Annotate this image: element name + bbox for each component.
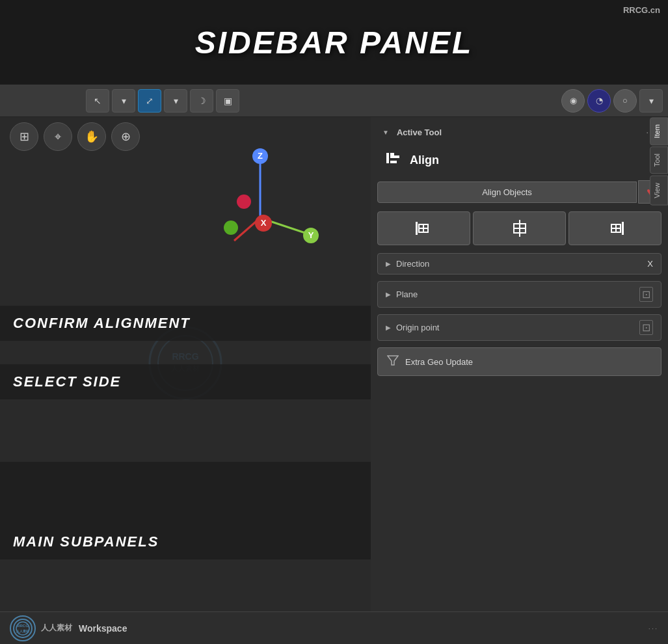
align-tool-row: Align <box>377 145 661 175</box>
view-tab[interactable]: View <box>650 176 668 206</box>
moon-tool-btn[interactable]: ☽ <box>190 89 213 113</box>
left-panel: ⊞ ⌖ ✋ ⊕ Z Y <box>0 117 371 611</box>
side-tabs: Item Tool View <box>650 117 668 206</box>
svg-text:X: X <box>261 218 267 228</box>
tool-name: Align <box>410 154 439 167</box>
align-objects-row: Align Objects ♥ <box>377 180 661 204</box>
square-tool-btn[interactable]: ▣ <box>216 89 239 113</box>
plane-label: Plane <box>396 289 418 299</box>
plane-expand-icon[interactable]: ⊡ <box>639 287 653 302</box>
origin-expand-icon[interactable]: ⊡ <box>639 320 653 335</box>
bottom-bar: RRCG 人人素材 人人素材 Workspace ··· <box>0 611 668 644</box>
dropdown-btn[interactable]: ▾ <box>112 89 135 113</box>
right-panel: Item Tool View ▼ Active Tool ··· <box>371 117 668 611</box>
top-toolbar: ↖ ▾ ⤢ ▾ ☽ ▣ ◉ ◔ ○ ▾ <box>0 85 668 117</box>
svg-point-10 <box>224 221 238 235</box>
collapse-triangle[interactable]: ▼ <box>382 129 389 136</box>
active-tool-title: Active Tool <box>397 127 442 137</box>
origin-row[interactable]: ▶ Origin point ⊡ <box>377 314 661 341</box>
align-left-btn[interactable] <box>377 211 470 245</box>
rrcg-logo: RRCG 人人素材 人人素材 <box>10 615 72 641</box>
svg-text:人人素材: 人人素材 <box>16 629 30 633</box>
svg-point-9 <box>237 195 251 209</box>
direction-arrow: ▶ <box>386 260 391 267</box>
svg-rect-18 <box>390 161 397 163</box>
main-content: ⊞ ⌖ ✋ ⊕ Z Y <box>0 117 668 611</box>
workspace-dots[interactable]: ··· <box>648 624 658 632</box>
svg-text:RRCG: RRCG <box>17 624 29 628</box>
select-side-label: SELECT SIDE <box>13 373 358 390</box>
title-bar: SIDEBAR PANEL RRCG.cn <box>0 0 668 85</box>
extra-geo-update-btn[interactable]: Extra Geo Update <box>377 347 661 376</box>
plane-arrow: ▶ <box>386 291 391 298</box>
transform-tool-btn[interactable]: ⤢ <box>138 89 161 113</box>
svg-marker-30 <box>388 356 398 365</box>
direction-value: X <box>647 259 653 269</box>
svg-text:Z: Z <box>258 151 263 161</box>
align-center-btn[interactable] <box>473 211 566 245</box>
align-objects-btn[interactable]: Align Objects <box>377 181 637 203</box>
hand-icon[interactable]: ✋ <box>77 122 106 151</box>
main-section: MAIN SUBPANELS <box>0 462 371 561</box>
svg-text:Y: Y <box>308 230 314 240</box>
align-right-btn[interactable] <box>568 211 661 245</box>
main-label-box: MAIN SUBPANELS <box>0 462 371 559</box>
origin-arrow: ▶ <box>386 324 391 331</box>
align-tool-icon <box>385 149 403 171</box>
item-tab[interactable]: Item <box>650 117 668 145</box>
extra-geo-label: Extra Geo Update <box>405 357 473 367</box>
svg-rect-17 <box>390 153 394 155</box>
confirm-section: CONFIRM ALIGNMENT <box>0 306 371 342</box>
confirm-alignment-label: CONFIRM ALIGNMENT <box>13 315 358 332</box>
confirm-label-box: CONFIRM ALIGNMENT <box>0 306 371 341</box>
svg-text:RRCG: RRCG <box>172 351 198 362</box>
select-label-box: SELECT SIDE <box>0 364 371 399</box>
page-title: SIDEBAR PANEL <box>195 25 473 60</box>
svg-rect-16 <box>390 155 399 158</box>
direction-label: Direction <box>396 259 429 269</box>
circle-btn[interactable]: ○ <box>613 89 637 113</box>
dropdown2-btn[interactable]: ▾ <box>164 89 187 113</box>
funnel-icon <box>387 355 399 369</box>
workspace-label: Workspace <box>79 623 127 634</box>
logo-circle: RRCG 人人素材 <box>10 615 36 641</box>
svg-rect-26 <box>622 222 624 235</box>
svg-rect-15 <box>386 153 389 163</box>
tool-tab[interactable]: Tool <box>650 146 668 174</box>
grid-icon[interactable]: ⊞ <box>10 122 38 151</box>
rrcg-badge: RRCG.cn <box>623 5 660 15</box>
select-section: SELECT SIDE <box>0 364 371 401</box>
svg-rect-19 <box>416 222 418 235</box>
active-tool-header: ▼ Active Tool ··· <box>377 124 661 141</box>
zoom-icon[interactable]: ⊕ <box>111 122 140 151</box>
main-subpanels-label: MAIN SUBPANELS <box>13 533 358 550</box>
side-buttons-row <box>377 211 661 245</box>
origin-label: Origin point <box>396 323 439 332</box>
cursor-tool-btn[interactable]: ↖ <box>86 89 109 113</box>
direction-row[interactable]: ▶ Direction X <box>377 253 661 275</box>
more-btn[interactable]: ▾ <box>639 89 663 113</box>
plane-row[interactable]: ▶ Plane ⊡ <box>377 281 661 308</box>
bottom-bar-left: RRCG 人人素材 人人素材 Workspace <box>10 615 127 641</box>
rrcg-text: 人人素材 <box>41 623 72 634</box>
camera-icon[interactable]: ⌖ <box>44 122 72 151</box>
axis-widget: Z Y X <box>195 127 325 257</box>
pie-btn[interactable]: ◔ <box>587 89 611 113</box>
globe-btn[interactable]: ◉ <box>561 89 585 113</box>
